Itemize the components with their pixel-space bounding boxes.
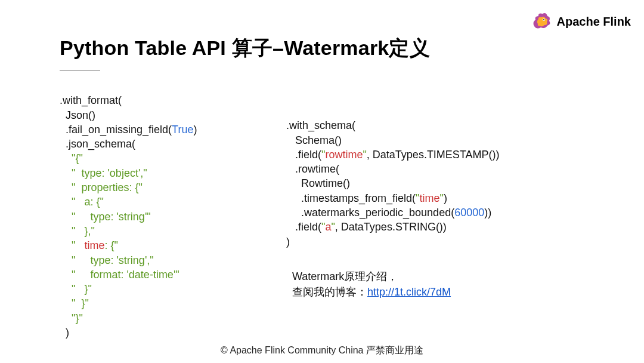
code-line: ) <box>286 236 290 248</box>
rowtime-field: rowtime <box>325 149 363 161</box>
page-title: Python Table API 算子–Watermark定义 <box>60 35 430 62</box>
code-line: .watermarks_periodic_bounded(60000)) <box>286 207 491 219</box>
code-line: " }" <box>60 283 92 295</box>
code-line: "{" <box>60 152 83 164</box>
svg-point-1 <box>543 19 544 20</box>
brand-text: Apache Flink <box>557 15 631 29</box>
watermark-note: Watermark原理介绍， 查阅我的博客：http://1t.click/7d… <box>292 269 451 300</box>
code-line: .timestamps_from_field("time") <box>286 192 447 204</box>
code-line: " format: 'date-time'" <box>60 269 179 281</box>
time-field: time <box>419 192 439 204</box>
code-line: .field("rowtime", DataTypes.TIMESTAMP()) <box>286 149 500 161</box>
code-line: Rowtime() <box>286 177 350 189</box>
code-line: " }," <box>60 225 95 237</box>
note-line1: Watermark原理介绍， <box>292 269 451 284</box>
note-line2: 查阅我的博客：http://1t.click/7dM <box>292 284 451 300</box>
flink-logo-icon <box>531 11 552 32</box>
code-line: .rowtime( <box>286 163 339 175</box>
code-line: " }" <box>60 297 89 309</box>
code-line: .with_schema( <box>286 119 355 131</box>
time-key: time <box>84 239 104 251</box>
watermark-bound: 60000 <box>454 207 484 219</box>
blog-link[interactable]: http://1t.click/7dM <box>367 286 451 298</box>
code-line: Schema() <box>286 134 342 146</box>
code-line: " a: {" <box>60 196 104 208</box>
code-line: .with_format( <box>60 94 122 106</box>
code-line: ) <box>60 327 69 339</box>
code-line: " properties: {" <box>60 182 143 193</box>
title-underline <box>60 70 100 71</box>
true-literal: True <box>172 124 193 136</box>
code-line: Json() <box>60 109 95 121</box>
code-right: .with_schema( Schema() .field("rowtime",… <box>286 104 500 249</box>
code-line: .fail_on_missing_field(True) <box>60 124 197 136</box>
code-line: .json_schema( <box>60 138 135 150</box>
code-line: .field("a", DataTypes.STRING()) <box>286 221 447 233</box>
code-line: " type: 'string'" <box>60 211 151 223</box>
code-line: " type: 'string'," <box>60 254 154 266</box>
code-line: " type: 'object'," <box>60 167 147 179</box>
a-field: a <box>325 221 331 233</box>
code-line: " time: {" <box>60 239 118 251</box>
code-line: "}" <box>60 312 83 324</box>
code-left: .with_format( Json() .fail_on_missing_fi… <box>60 79 197 340</box>
footer-text: © Apache Flink Community China 严禁商业用途 <box>0 344 644 357</box>
brand-bar: Apache Flink <box>531 11 631 32</box>
